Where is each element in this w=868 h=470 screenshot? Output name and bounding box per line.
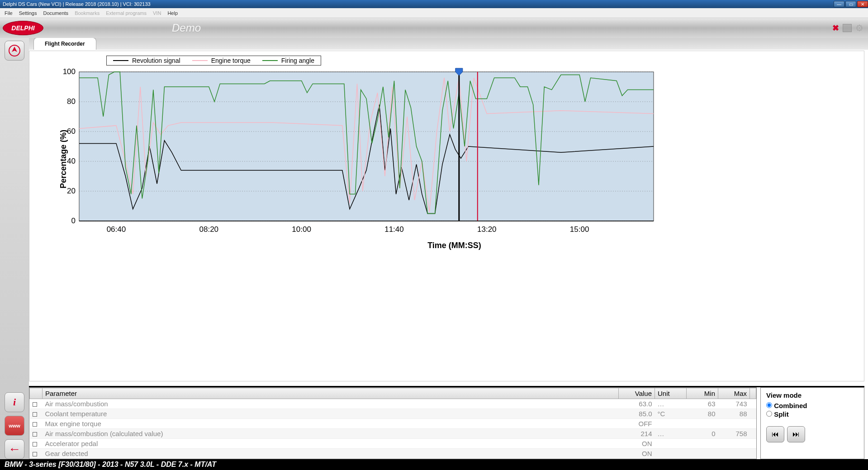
svg-text:80: 80 bbox=[67, 97, 76, 106]
svg-rect-1 bbox=[79, 72, 654, 221]
minimize-button[interactable]: — bbox=[834, 1, 844, 7]
flight-recorder-button[interactable] bbox=[5, 41, 24, 61]
toolbar-chrome: DELPHI Demo ✖ ⚙ bbox=[0, 18, 868, 38]
legend-item: Firing angle bbox=[281, 57, 314, 64]
maximize-button[interactable]: ▭ bbox=[845, 1, 856, 7]
menu-bookmarks: Bookmarks bbox=[75, 10, 100, 16]
menu-help[interactable]: Help bbox=[167, 10, 178, 16]
svg-text:40: 40 bbox=[67, 157, 76, 165]
y-axis-label: Percentage (%) bbox=[59, 129, 68, 188]
svg-text:20: 20 bbox=[67, 187, 76, 195]
table-row[interactable]: Accelerator pedalON bbox=[30, 439, 756, 449]
col-max[interactable]: Max bbox=[718, 388, 750, 399]
menu-documents[interactable]: Documents bbox=[43, 10, 68, 16]
table-row[interactable]: Gear detectedON bbox=[30, 449, 756, 459]
www-button[interactable]: www bbox=[5, 416, 24, 436]
demo-watermark: Demo bbox=[172, 22, 201, 34]
settings-gear-icon[interactable]: ⚙ bbox=[855, 23, 863, 33]
parameter-table: Parameter Value Unit Min Max Air mass/co… bbox=[29, 387, 757, 459]
sidebar: i www ← bbox=[0, 38, 29, 459]
menu-file[interactable]: File bbox=[5, 10, 13, 16]
prev-button[interactable]: ⏮ bbox=[766, 426, 784, 442]
close-button[interactable]: ✕ bbox=[857, 1, 868, 7]
table-row[interactable]: Air mass/combustion63.0…63743 bbox=[30, 399, 756, 409]
svg-text:100: 100 bbox=[63, 67, 76, 76]
x-axis-label: Time (MM:SS) bbox=[52, 241, 857, 250]
svg-text:06:40: 06:40 bbox=[107, 225, 126, 234]
window-title: Delphi DS Cars (New VCI) | Release 2018 … bbox=[3, 1, 151, 7]
table-row[interactable]: Max engine torqueOFF bbox=[30, 419, 756, 429]
legend-item: Revolution signal bbox=[132, 57, 180, 64]
chart-legend: Revolution signal Engine torque Firing a… bbox=[106, 56, 321, 66]
svg-text:13:20: 13:20 bbox=[477, 225, 497, 234]
col-unit[interactable]: Unit bbox=[655, 388, 687, 399]
svg-text:08:20: 08:20 bbox=[199, 225, 219, 234]
svg-text:60: 60 bbox=[67, 127, 76, 136]
chart-plot[interactable]: 02040608010006:4008:2010:0011:4013:2015:… bbox=[52, 67, 658, 239]
window-titlebar: Delphi DS Cars (New VCI) | Release 2018 … bbox=[0, 0, 868, 8]
window-icon[interactable] bbox=[843, 24, 852, 32]
menu-bar: FileSettingsDocumentsBookmarksExternal p… bbox=[0, 8, 868, 18]
next-button[interactable]: ⏭ bbox=[787, 426, 805, 442]
svg-text:15:00: 15:00 bbox=[570, 225, 589, 234]
flight-recorder-tab[interactable]: Flight Recorder bbox=[33, 38, 96, 50]
close-icon[interactable]: ✖ bbox=[832, 23, 839, 33]
menu-vin: VIN bbox=[153, 10, 161, 16]
info-button[interactable]: i bbox=[5, 392, 24, 412]
menu-settings[interactable]: Settings bbox=[19, 10, 37, 16]
view-mode-combined[interactable]: Combined bbox=[766, 402, 859, 409]
back-button[interactable]: ← bbox=[5, 439, 24, 459]
delphi-logo: DELPHI bbox=[3, 21, 43, 35]
table-row[interactable]: Air mass/combustion (calculated value)21… bbox=[30, 429, 756, 439]
scrollbar-gutter[interactable] bbox=[750, 388, 756, 399]
col-min[interactable]: Min bbox=[687, 388, 718, 399]
svg-text:11:40: 11:40 bbox=[384, 225, 404, 234]
status-bar: BMW - 3-series [F30/31/80] - 2013 - N57 … bbox=[0, 459, 868, 470]
col-value[interactable]: Value bbox=[619, 388, 655, 399]
svg-text:0: 0 bbox=[71, 216, 76, 225]
table-row[interactable]: Coolant temperature85.0°C8088 bbox=[30, 409, 756, 419]
col-parameter[interactable]: Parameter bbox=[43, 388, 619, 399]
view-mode-panel: View mode Combined Split ⏮ ⏭ bbox=[760, 387, 864, 459]
menu-external-programs: External programs bbox=[106, 10, 147, 16]
view-mode-title: View mode bbox=[766, 391, 859, 399]
legend-item: Engine torque bbox=[211, 57, 251, 64]
view-mode-split[interactable]: Split bbox=[766, 410, 859, 418]
svg-text:10:00: 10:00 bbox=[292, 225, 311, 234]
chart-area: Revolution signal Engine torque Firing a… bbox=[29, 51, 864, 381]
